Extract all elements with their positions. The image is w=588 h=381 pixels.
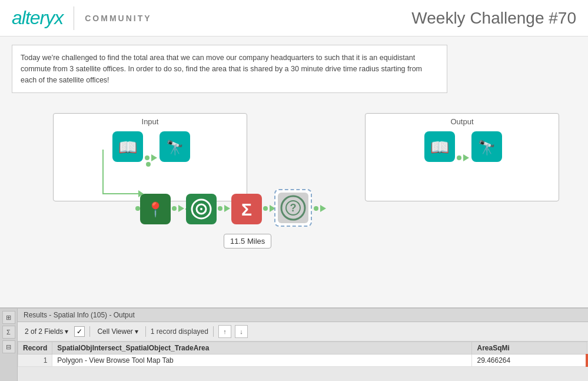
output-book-tool[interactable]: 📖 bbox=[424, 131, 455, 162]
unknown-tool[interactable]: ? bbox=[274, 189, 312, 227]
page-title: Weekly Challenge #70 bbox=[411, 9, 576, 28]
grid-icon-btn[interactable]: ⊞ bbox=[2, 311, 15, 324]
table-cell: Polygon - View Browse Tool Map Tab bbox=[52, 355, 472, 367]
canvas-area: Today we're challenged to find the total… bbox=[0, 37, 588, 325]
miles-label: 11.5 Miles bbox=[224, 234, 271, 249]
results-toolbar: 2 of 2 Fields ▾ ✓ Cell Viewer ▾ 1 record… bbox=[18, 322, 588, 342]
output-label: Output bbox=[366, 114, 559, 126]
record-count-label: 1 record displayed bbox=[151, 327, 208, 336]
summarize-tool[interactable]: Σ bbox=[231, 194, 262, 227]
input-label: Input bbox=[54, 114, 247, 126]
nav-down-button[interactable]: ↓ bbox=[235, 325, 248, 338]
table-icon-btn[interactable]: ⊟ bbox=[2, 340, 15, 353]
sigma-icon-btn[interactable]: Σ bbox=[2, 326, 15, 339]
toolbar-divider-1 bbox=[89, 326, 90, 337]
cell-viewer-label: Cell Viewer bbox=[97, 327, 132, 336]
table-header-row: Record SpatialObjIntersect_SpatialObject… bbox=[18, 342, 587, 355]
svg-text:📖: 📖 bbox=[118, 138, 138, 157]
results-header-text: Results - Spatial Info (105) - Output bbox=[24, 311, 135, 319]
description-box: Today we're challenged to find the total… bbox=[12, 45, 447, 93]
toolbar-divider-3 bbox=[213, 326, 214, 337]
logo-divider bbox=[74, 6, 74, 30]
results-table: Record SpatialObjIntersect_SpatialObject… bbox=[18, 342, 588, 367]
input-book-tool[interactable]: 📖 bbox=[112, 131, 143, 162]
svg-text:🔭: 🔭 bbox=[166, 139, 184, 156]
table-cell: 1 bbox=[18, 355, 52, 367]
left-panel-icons: ⊞ Σ ⊟ bbox=[0, 309, 18, 381]
results-panel: ⊞ Σ ⊟ Results - Spatial Info (105) - Out… bbox=[0, 307, 588, 381]
fields-chevron: ▾ bbox=[65, 327, 68, 336]
location-tool[interactable]: 📍 bbox=[140, 194, 171, 227]
cell-viewer-dropdown[interactable]: Cell Viewer ▾ bbox=[95, 326, 140, 337]
svg-text:?: ? bbox=[290, 202, 297, 214]
svg-text:🔭: 🔭 bbox=[478, 139, 496, 156]
col-header-area: AreaSqMi bbox=[472, 342, 587, 355]
col-header-record: Record bbox=[18, 342, 52, 355]
results-header: Results - Spatial Info (105) - Output bbox=[18, 309, 588, 322]
svg-text:📍: 📍 bbox=[147, 201, 164, 218]
input-box: Input 📖 🔭 bbox=[53, 113, 247, 201]
svg-text:📖: 📖 bbox=[430, 138, 450, 157]
fields-label: 2 of 2 Fields bbox=[25, 327, 63, 336]
nav-up-button[interactable]: ↑ bbox=[218, 325, 231, 338]
svg-point-18 bbox=[200, 208, 202, 210]
description-text: Today we're challenged to find the total… bbox=[21, 54, 422, 84]
output-box: Output 📖 🔭 bbox=[365, 113, 559, 201]
spatial-tool[interactable] bbox=[186, 194, 217, 227]
table-cell: 29.466264 bbox=[472, 355, 587, 367]
app-header: alteryx COMMUNITY Weekly Challenge #70 bbox=[0, 0, 588, 37]
fields-dropdown[interactable]: 2 of 2 Fields ▾ bbox=[22, 326, 71, 337]
output-browse-tool[interactable]: 🔭 bbox=[471, 131, 502, 162]
svg-text:Σ: Σ bbox=[241, 200, 252, 219]
workflow-canvas: Input 📖 🔭 Outp bbox=[12, 101, 576, 290]
cell-viewer-chevron: ▾ bbox=[135, 327, 138, 336]
alteryx-logo: alteryx bbox=[12, 7, 63, 29]
input-browse-tool[interactable]: 🔭 bbox=[160, 131, 190, 162]
results-table-body: 1Polygon - View Browse Tool Map Tab29.46… bbox=[18, 355, 587, 367]
community-label: COMMUNITY bbox=[85, 14, 151, 23]
toolbar-divider-2 bbox=[145, 326, 146, 337]
fields-check-btn[interactable]: ✓ bbox=[74, 326, 85, 337]
results-table-wrapper: Record SpatialObjIntersect_SpatialObject… bbox=[18, 342, 588, 367]
table-row: 1Polygon - View Browse Tool Map Tab29.46… bbox=[18, 355, 587, 367]
col-header-spatial: SpatialObjIntersect_SpatialObject_TradeA… bbox=[52, 342, 472, 355]
